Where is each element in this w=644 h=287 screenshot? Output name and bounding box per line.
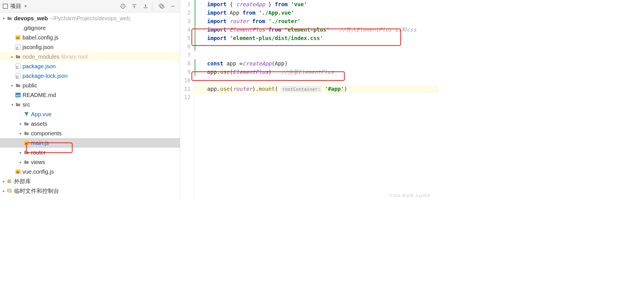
code-line[interactable]: const app =createApp(App) [207,59,439,68]
expand-icon[interactable]: ▸ [19,150,23,155]
collapse-all-button[interactable] [141,2,150,10]
tree-item[interactable]: ▸router [0,148,180,157]
code-line[interactable]: app.use(router).mount( rootContainer: '#… [194,85,439,93]
code-line[interactable]: import router from './router' [207,17,439,25]
line-number[interactable]: 12 [180,93,191,101]
expand-icon[interactable]: ▸ [10,54,14,59]
js-icon: JS [15,35,21,40]
scratches[interactable]: ▸ 临时文件和控制台 [0,186,180,196]
minimize-button[interactable] [169,2,177,10]
tree-item[interactable]: ▸components [0,129,180,138]
line-number[interactable]: 1 [180,0,191,8]
sidebar-header: 项目 ▼ [0,0,180,12]
line-number[interactable]: 2 [180,8,191,17]
expand-icon[interactable]: ▸ [2,189,6,193]
tree-root[interactable]: ▾ devops_web ~/PycharmProjects/devops_we… [0,14,180,23]
code-editor[interactable]: 123456789101112 import { createApp } fro… [180,0,439,200]
vue-icon [24,111,29,117]
folder-icon [24,150,29,155]
tree-item[interactable]: ▸{}package-lock.json [0,71,180,81]
tree-item[interactable]: ▸JSbabel.config.js [0,33,180,42]
project-tree[interactable]: ▾ devops_web ~/PycharmProjects/devops_we… [0,12,180,200]
js-icon: JS [24,140,29,146]
line-number[interactable]: 8 [180,59,191,68]
code-line[interactable] [207,51,439,59]
root-name: devops_web [14,15,48,22]
scratch-label: 临时文件和控制台 [14,187,59,195]
svg-rect-15 [8,190,12,193]
folder-icon [15,54,21,59]
expand-icon[interactable]: ▸ [19,131,23,136]
watermark: CSDN @运维-大白同学 [390,193,431,198]
file-name: .gitignore [23,25,46,31]
tree-item[interactable]: ▸public [0,81,180,90]
tree-item[interactable]: ▸node_moduleslibrary root [0,52,180,61]
code-line[interactable] [207,76,439,85]
tree-item[interactable]: ▸JSvue.config.js [0,167,180,176]
line-gutter[interactable]: 123456789101112 [180,0,194,200]
expand-icon[interactable]: ▸ [19,160,23,164]
tree-item[interactable]: ▸views [0,157,180,167]
json-icon: {} [15,73,21,79]
tree-item[interactable]: ▸JSmain.js [0,138,180,148]
code-line[interactable] [207,42,439,51]
file-name: public [23,82,37,89]
ext-lib-label: 外部库 [14,178,31,185]
file-name: babel.config.js [23,34,59,41]
line-number[interactable]: 4 [180,25,191,34]
line-number[interactable]: 9 [180,68,191,76]
line-number[interactable]: 7 [180,51,191,59]
file-name: node_modules [23,54,59,60]
scratch-icon [7,188,12,194]
dropdown-icon[interactable]: ▼ [24,4,28,8]
file-name: README.md [23,92,56,98]
tree-item[interactable]: ▸◦.gitignore [0,23,180,33]
file-name: package-lock.json [23,73,68,79]
tree-item[interactable]: ▸{}package.json [0,61,180,71]
tree-item[interactable]: ▾src [0,100,180,109]
expand-icon[interactable]: ▾ [10,102,14,107]
line-number[interactable]: 3 [180,17,191,25]
external-libraries[interactable]: ▸ 外部库 [0,176,180,186]
file-name: src [23,101,30,108]
expand-icon[interactable]: ▸ [2,179,6,184]
line-number[interactable]: 5 [180,34,191,42]
code-line[interactable] [207,93,439,101]
file-name: components [31,130,62,137]
tree-item[interactable]: ▸assets [0,119,180,129]
code-line[interactable]: app.use(ElementPlus) //注册ElementPlus [207,68,439,76]
folder-icon [15,102,21,107]
code-line[interactable]: import { createApp } from 'vue' [207,0,439,8]
project-dropdown-label[interactable]: 项目 [10,2,21,10]
toolbar-divider [152,3,152,10]
expand-icon[interactable]: ▾ [2,16,6,21]
tree-item[interactable]: ▸{}jsconfig.json [0,42,180,52]
code-line[interactable]: import ElementPlus from 'element-plus' /… [207,25,439,34]
svg-rect-13 [10,179,11,183]
file-name: vue.config.js [23,169,54,175]
code-line[interactable]: import App from './App.vue' [207,8,439,17]
line-number[interactable]: 11 [180,85,191,93]
file-name: views [31,159,45,165]
file-name: package.json [23,63,56,70]
root-path: ~/PycharmProjects/devops_web [50,15,130,22]
svg-point-1 [123,6,123,6]
file-name: App.vue [31,111,52,118]
line-number[interactable]: 10 [180,76,191,85]
code-line[interactable]: import 'element-plus/dist/index.css' [207,34,439,42]
expand-all-button[interactable] [130,2,138,10]
folder-icon [15,83,21,88]
file-name: assets [31,121,47,127]
expand-icon[interactable]: ▸ [10,83,14,88]
tree-item[interactable]: ▸MDREADME.md [0,90,180,100]
tree-item[interactable]: ▸App.vue [0,109,180,119]
settings-button[interactable] [157,2,166,10]
code-area[interactable]: import { createApp } from 'vue'import Ap… [194,0,439,200]
expand-icon[interactable]: ▸ [19,122,23,126]
line-number[interactable]: 6 [180,42,191,51]
library-icon [7,178,12,184]
md-icon: MD [15,92,21,98]
file-name: main.js [31,140,49,146]
locate-button[interactable] [119,2,127,10]
folder-icon [24,159,29,165]
